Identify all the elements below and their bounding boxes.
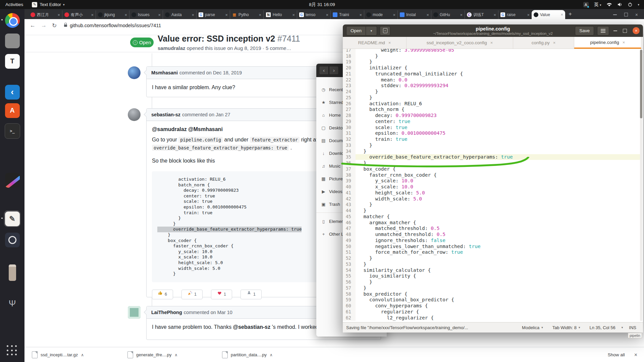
open-button[interactable]: Open: [346, 26, 366, 36]
app-menu[interactable]: ✎ Text Editor ▾: [32, 2, 64, 7]
browser-tab[interactable]: Issues×: [129, 10, 163, 19]
chevron-up-icon[interactable]: ∧: [270, 353, 273, 357]
browser-tab[interactable]: Gparse×: [196, 10, 230, 19]
wifi-icon[interactable]: [606, 2, 612, 7]
tab-close-icon[interactable]: ×: [225, 12, 228, 17]
editor-tab[interactable]: config.py×: [513, 37, 574, 49]
browser-tab[interactable]: 西江月×: [29, 10, 62, 19]
tab-close-icon[interactable]: ×: [158, 12, 161, 17]
reload-button[interactable]: ↻: [52, 22, 57, 29]
downloads-bar-close-icon[interactable]: ×: [634, 352, 637, 358]
show-applications-button[interactable]: [7, 345, 18, 356]
dock-software-icon[interactable]: A: [4, 103, 20, 118]
avatar[interactable]: [128, 306, 141, 319]
back-button[interactable]: ←: [30, 22, 36, 29]
tab-close-icon[interactable]: ×: [527, 12, 530, 17]
browser-tab[interactable]: Graise×: [498, 10, 532, 19]
tab-close-icon[interactable]: ×: [493, 12, 496, 17]
save-button[interactable]: Save: [575, 26, 594, 36]
show-all-downloads-button[interactable]: Show all: [608, 352, 625, 357]
browser-tab[interactable]: ≣Pytho×: [230, 10, 263, 19]
tab-close-icon[interactable]: ×: [426, 12, 429, 17]
tab-close-icon[interactable]: ×: [57, 12, 60, 17]
new-document-button[interactable]: +: [380, 26, 390, 36]
tab-width-dropdown[interactable]: Tab Width: 8 ▾: [549, 325, 584, 330]
download-item[interactable]: ssd_incepti....tar.gz∧: [32, 351, 112, 358]
open-recent-caret[interactable]: ▾: [366, 26, 377, 36]
editor-tab[interactable]: ssd_inception_v2_coco.config×: [407, 37, 513, 49]
heart-reaction-button[interactable]: 1: [211, 290, 232, 299]
system-menu-caret-icon[interactable]: ▾: [638, 3, 639, 6]
dock-chrome-icon[interactable]: [4, 12, 20, 28]
tab-close-icon[interactable]: ×: [292, 12, 295, 17]
back-button[interactable]: ‹: [319, 66, 329, 75]
browser-tab[interactable]: Traini×: [330, 10, 364, 19]
chevron-up-icon[interactable]: ∧: [175, 353, 178, 357]
dock-screenshot-icon[interactable]: [4, 232, 20, 248]
avatar[interactable]: [128, 66, 141, 79]
download-item[interactable]: partition_data....py∧: [222, 351, 303, 358]
editor-close-button[interactable]: ×: [633, 27, 640, 34]
tab-close-icon[interactable]: ×: [91, 12, 94, 17]
tab-close-icon[interactable]: ×: [560, 12, 563, 17]
browser-minimize-button[interactable]: [613, 14, 617, 15]
dock-vscode-icon[interactable]: ‹: [4, 84, 20, 100]
text-run[interactable]: @sebastian-sz: [233, 324, 271, 330]
browser-tab[interactable]: jkjung×: [96, 10, 129, 19]
dock-files-icon[interactable]: [4, 33, 20, 49]
browser-tab[interactable]: mode×: [364, 10, 397, 19]
dock-text-editor-icon[interactable]: ✎: [4, 211, 20, 227]
input-method-icon[interactable]: A: [583, 2, 589, 7]
browser-tab[interactable]: Instal×: [397, 10, 431, 19]
dock-design-icon[interactable]: [4, 172, 20, 188]
tab-close-icon[interactable]: ×: [553, 40, 556, 45]
tab-close-icon[interactable]: ×: [192, 12, 194, 17]
dock-usb-eject-icon[interactable]: Ψ: [4, 296, 20, 311]
tab-close-icon[interactable]: ×: [259, 12, 261, 17]
tab-close-icon[interactable]: ×: [393, 12, 395, 17]
tab-close-icon[interactable]: ×: [359, 12, 362, 17]
browser-tab[interactable]: 有声小×: [62, 10, 96, 19]
browser-tab[interactable]: Gtenso×: [297, 10, 330, 19]
dock-terminal-icon[interactable]: >_: [4, 123, 20, 139]
dock-text-tool-icon[interactable]: T: [4, 53, 20, 69]
forward-button[interactable]: ›: [329, 66, 339, 75]
editor-scrollbar[interactable]: [640, 50, 642, 321]
tab-close-icon[interactable]: ×: [326, 12, 328, 17]
browser-tab[interactable]: C训练T×: [465, 10, 498, 19]
activities-button[interactable]: Activities: [5, 2, 23, 7]
issue-author-link[interactable]: samudralaz: [158, 45, 185, 51]
browser-tab[interactable]: NHello×: [263, 10, 297, 19]
power-icon[interactable]: [628, 2, 632, 7]
comment-author-link[interactable]: LaiThePhong: [151, 310, 182, 315]
tab-close-icon[interactable]: ×: [490, 40, 493, 45]
editor-tab[interactable]: pipeline.config×: [574, 37, 641, 49]
browser-close-button[interactable]: ×: [635, 13, 638, 16]
tab-close-icon[interactable]: ×: [623, 40, 625, 45]
volume-icon[interactable]: [618, 2, 623, 7]
scrollbar-thumb[interactable]: [640, 50, 642, 118]
new-tab-button[interactable]: +: [569, 11, 572, 17]
tab-close-icon[interactable]: ×: [124, 12, 127, 17]
editor-minimize-button[interactable]: [613, 31, 617, 31]
party-reaction-button[interactable]: 1: [181, 290, 203, 299]
rocket-reaction-button[interactable]: 1: [240, 290, 262, 299]
download-item[interactable]: generate_tfre....py∧: [127, 351, 208, 358]
dock-usb-stick-icon[interactable]: [4, 265, 20, 281]
browser-tab[interactable]: Value×: [532, 10, 565, 19]
forward-button[interactable]: →: [41, 22, 47, 29]
comment-author-link[interactable]: Msmhasani: [151, 70, 178, 75]
browser-tab[interactable]: GitHu×: [431, 10, 465, 19]
code-editor-area[interactable]: 17 weight: 3.99999989895e-0518 }19 }20 i…: [343, 49, 640, 322]
language-indicator[interactable]: 英 ▾: [594, 2, 601, 8]
avatar[interactable]: [128, 108, 141, 121]
thumb-reaction-button[interactable]: 6: [152, 290, 173, 299]
caret-down-icon[interactable]: ▾: [622, 326, 623, 329]
editor-maximize-button[interactable]: [623, 29, 627, 33]
tab-close-icon[interactable]: ×: [388, 40, 391, 45]
cursor-position-button[interactable]: Ln 35, Col 56: [586, 325, 619, 330]
comment-author-link[interactable]: sebastian-sz: [151, 112, 180, 117]
browser-tab[interactable]: Aasta×: [163, 10, 196, 19]
address-bar[interactable]: github.com/tensorflow/models/issues/7411: [70, 23, 161, 28]
chevron-up-icon[interactable]: ∧: [81, 353, 84, 357]
